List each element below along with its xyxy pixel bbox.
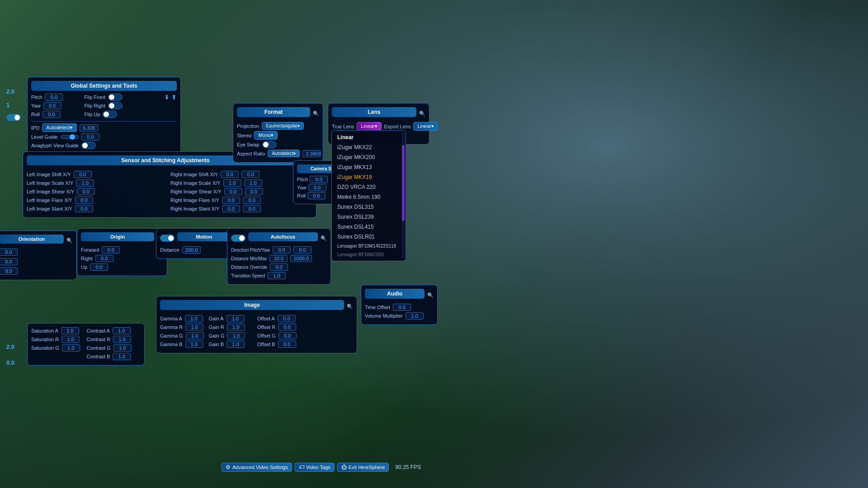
lens-item-7[interactable]: Sunex DSL239: [332, 212, 406, 222]
roll-value[interactable]: 0.0: [42, 111, 61, 118]
right-scale-v1[interactable]: 1.0: [223, 179, 241, 187]
lens-item-4[interactable]: DZO VRCA 220: [332, 182, 406, 192]
export-lens-btn[interactable]: Linear▾: [413, 122, 438, 131]
distance-value[interactable]: 200.0: [182, 246, 201, 253]
right-flare-v2[interactable]: 0.0: [243, 197, 261, 204]
lens-item-linear[interactable]: Linear: [332, 132, 406, 142]
up-value[interactable]: 0.0: [90, 263, 108, 271]
ipd-dropdown-btn[interactable]: Autodetect▾: [42, 123, 77, 132]
gamma-r-val[interactable]: 1.0: [185, 324, 203, 331]
cam-pitch-val[interactable]: 0.0: [310, 176, 328, 183]
orientation-val1[interactable]: 0.0: [0, 249, 18, 256]
time-offset-val[interactable]: 0.0: [393, 304, 411, 311]
anaglyph-toggle[interactable]: [81, 142, 96, 149]
dist-max[interactable]: 1000.0: [290, 255, 312, 262]
flip-right-toggle[interactable]: [108, 102, 123, 109]
contrast-g-val[interactable]: 1.0: [113, 344, 132, 352]
orientation-val3[interactable]: 0.0: [0, 267, 18, 275]
right-flare-v1[interactable]: 0.0: [222, 197, 240, 204]
dist-min[interactable]: 10.0: [269, 255, 288, 262]
sat-a-val[interactable]: 1.0: [61, 327, 79, 334]
right-slant-v1[interactable]: 0.0: [222, 205, 240, 212]
direction-v2[interactable]: 0.0: [293, 246, 311, 253]
autofocus-toggle[interactable]: [231, 235, 245, 242]
orientation-val2[interactable]: 0.0: [0, 258, 18, 265]
gain-a-val[interactable]: 1.0: [226, 315, 245, 322]
right-value[interactable]: 0.0: [95, 255, 113, 262]
right-slant-v2[interactable]: 0.0: [243, 205, 261, 212]
download-icon[interactable]: ⬇: [164, 94, 170, 101]
sat-r-val[interactable]: 1.0: [61, 336, 80, 343]
lens-item-1[interactable]: iZugar MKX200: [332, 152, 406, 162]
cam-yaw-val[interactable]: 0.0: [308, 184, 326, 191]
direction-v1[interactable]: 0.0: [273, 246, 291, 253]
left-scale-val[interactable]: 1.0: [76, 179, 94, 187]
flip-front-toggle[interactable]: [108, 94, 123, 101]
gamma-a-val[interactable]: 1.0: [185, 315, 203, 322]
offset-a-val[interactable]: 0.0: [278, 315, 296, 322]
autofocus-search-icon[interactable]: 🔍: [321, 235, 327, 241]
stereo-dropdown[interactable]: Mono▾: [254, 131, 278, 140]
lens-item-8[interactable]: Sunex DSL415: [332, 222, 406, 232]
cam-roll-val[interactable]: 0.0: [307, 192, 326, 199]
offset-b-val[interactable]: 0.0: [278, 341, 296, 348]
lens-item-6[interactable]: Sunex DSL315: [332, 202, 406, 212]
forward-value[interactable]: 0.0: [102, 246, 120, 253]
image-search-icon[interactable]: 🔍: [347, 304, 353, 310]
left-slant-val[interactable]: 0.0: [75, 205, 93, 212]
right-scale-v2[interactable]: 1.0: [244, 179, 262, 187]
exit-btn[interactable]: ⏻ Exit HereSphere: [337, 463, 389, 472]
eye-swap-toggle[interactable]: [262, 141, 277, 148]
dropdown-scrollbar[interactable]: [402, 132, 405, 259]
lens-item-11[interactable]: Lensagon BF16M220D: [332, 250, 406, 259]
gain-g-val[interactable]: 1.0: [227, 332, 245, 339]
edge-toggle[interactable]: [6, 113, 21, 121]
video-tags-btn[interactable]: 🏷 Video Tags: [295, 463, 335, 472]
projection-dropdown[interactable]: Equirectangular▾: [262, 122, 304, 130]
aspect-ratio-num[interactable]: 2.3869: [302, 150, 321, 157]
lens-item-2[interactable]: iZugar MKX13: [332, 162, 406, 172]
offset-r-val[interactable]: 0.0: [278, 324, 296, 331]
dist-minmax-label: Distance Min/Max: [231, 256, 267, 261]
dist-override-val[interactable]: 0.0: [270, 263, 288, 271]
pitch-value[interactable]: 0.0: [45, 94, 63, 101]
upload-icon[interactable]: ⬆: [171, 94, 177, 101]
left-shift-val[interactable]: 0.0: [74, 171, 92, 178]
sat-g-val[interactable]: 1.0: [62, 344, 80, 352]
yaw-value[interactable]: 0.0: [43, 102, 61, 109]
contrast-b-val[interactable]: 1.0: [113, 353, 131, 360]
level-guide-value[interactable]: 0.0: [81, 133, 99, 141]
gamma-b-val[interactable]: 1.0: [185, 341, 203, 348]
right-shear-v2[interactable]: 0.0: [245, 188, 263, 195]
lens-item-5[interactable]: Meike 6.5mm 190: [332, 192, 406, 202]
left-shear-val[interactable]: 0.0: [77, 188, 95, 195]
right-shift-v2[interactable]: 0.0: [241, 171, 259, 178]
gamma-g-val[interactable]: 1.0: [186, 332, 204, 339]
right-shift-v1[interactable]: 0.0: [221, 171, 239, 178]
ipd-num[interactable]: 6.308: [80, 124, 99, 131]
contrast-a-val[interactable]: 1.0: [113, 327, 131, 334]
offset-g-val[interactable]: 0.0: [278, 332, 297, 339]
flip-up-toggle[interactable]: [103, 111, 117, 118]
left-flare-val[interactable]: 0.0: [75, 197, 93, 204]
lens-search-icon[interactable]: 🔍: [419, 111, 425, 117]
lens-item-9[interactable]: Sunex DSLR01: [332, 232, 406, 242]
aspect-ratio-dropdown[interactable]: Autodetect▾: [268, 150, 300, 157]
transition-val[interactable]: 1.0: [268, 272, 286, 279]
advanced-video-settings-btn[interactable]: ⚙ Advanced Video Settings: [222, 463, 292, 472]
motion-toggle[interactable]: [160, 235, 175, 242]
lens-item-3[interactable]: iZugar MKX19: [332, 172, 406, 182]
right-shear-v1[interactable]: 0.0: [224, 188, 242, 195]
orientation-search-icon[interactable]: 🔍: [66, 238, 73, 244]
contrast-r-val[interactable]: 1.0: [113, 336, 131, 343]
audio-search-icon[interactable]: 🔍: [427, 292, 434, 298]
gain-r-val[interactable]: 1.0: [227, 324, 245, 331]
volume-val[interactable]: 1.0: [406, 312, 424, 319]
lens-item-10[interactable]: Lensagon BF10M14522S118: [332, 242, 406, 250]
gain-b-val[interactable]: 1.0: [226, 341, 245, 348]
orientation-title: Orientation: [0, 235, 64, 244]
true-lens-btn[interactable]: Linear▾: [357, 122, 382, 131]
level-guide-slider[interactable]: [61, 135, 79, 139]
lens-item-0[interactable]: iZugar MKX22: [332, 142, 406, 152]
format-search-icon[interactable]: 🔍: [313, 111, 319, 117]
